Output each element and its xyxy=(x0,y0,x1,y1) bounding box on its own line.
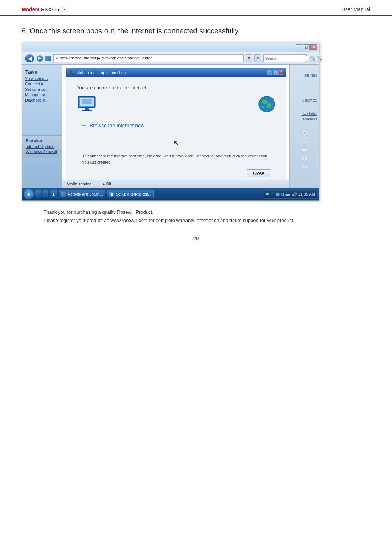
sharing-row: Media sharing ● Off xyxy=(62,180,289,188)
sidebar-link-connect-to[interactable]: Connect to xyxy=(25,82,59,86)
address-dropdown[interactable]: ▼ xyxy=(246,54,252,62)
dialup-icon: 📞 xyxy=(69,70,75,75)
footer-line1: Thank you for purchasing a quality Rosew… xyxy=(44,208,348,216)
tray-icon-2: 🇦 xyxy=(270,192,274,197)
minimize-button[interactable]: ─ xyxy=(296,44,302,50)
svg-point-7 xyxy=(262,100,268,104)
chevron-down-1[interactable]: ˅ xyxy=(302,131,307,136)
connection-dialog: 📞 Set up a dial-up connection ─ ◻ ✕ You … xyxy=(66,68,286,185)
header-model: RNX-56CX xyxy=(41,7,66,12)
header-left: Modem RNX-56CX xyxy=(22,7,66,12)
dialog-restore[interactable]: ◻ xyxy=(273,70,278,75)
system-tray: ■ 🇦 ▦ ◘ ▬ 🔊 11:35 AM xyxy=(264,189,318,199)
globe-svg xyxy=(257,95,276,114)
chevron-down-5[interactable]: ˅ xyxy=(302,164,307,170)
browse-link-text: Browse the Internet now xyxy=(90,123,144,128)
network-taskbar-icon: ☷ xyxy=(61,192,66,197)
instruction-text: To connect to the Internet next time, cl… xyxy=(77,151,276,168)
chevron-down-4[interactable]: ˅ xyxy=(302,156,307,161)
connection-status-section: You are connected to the Internet xyxy=(71,81,282,181)
tasks-title: Tasks xyxy=(25,70,59,75)
footer-text: Thank you for purchasing a quality Rosew… xyxy=(22,201,370,229)
breadcrumb-text: « Network and Internet ▶ Network and Sha… xyxy=(56,56,152,61)
windows-firewall-link[interactable]: Windows Firewall xyxy=(26,149,58,154)
network-tray-icon: ▬ xyxy=(286,192,290,197)
section-heading: 6. Once this screen pops out, the intern… xyxy=(22,27,370,35)
close-button[interactable]: Close xyxy=(247,169,270,177)
sidebar-link-set-up[interactable]: Set up a co... xyxy=(25,87,59,91)
dialog-content: You are connected to the Internet xyxy=(66,77,286,185)
close-window-button[interactable]: ✕ xyxy=(310,44,317,50)
dialog-minimize[interactable]: ─ xyxy=(267,70,272,75)
page-header: Modem RNX-56CX User Manual xyxy=(0,0,392,16)
tray-icon-4: ◘ xyxy=(281,192,284,197)
page-number: 20 xyxy=(22,229,370,249)
connection-animation xyxy=(77,95,276,114)
sharing-row-wrapper: Media sharing ● Off xyxy=(62,180,289,188)
taskbar-btn-2 xyxy=(42,190,48,198)
tray-icon-3: ▦ xyxy=(276,192,280,197)
computer-icon xyxy=(77,95,97,113)
volume-tray-icon: 🔊 xyxy=(291,192,297,197)
back-button[interactable]: ◀ xyxy=(25,54,34,62)
right-panel: 📞 Set up a dial-up connection ─ ◻ ✕ You … xyxy=(62,65,319,188)
sidebar-link-manage-ne[interactable]: Manage ne... xyxy=(25,93,59,97)
svg-point-8 xyxy=(267,103,271,108)
dialog-titlebar: 📞 Set up a dial-up connection ─ ◻ ✕ xyxy=(66,68,286,77)
restore-button[interactable]: ◻ xyxy=(303,44,310,50)
title-bar: ─ ◻ ✕ xyxy=(22,42,319,52)
dialog-close[interactable]: ✕ xyxy=(278,70,283,75)
taskbar: ◆ ♟ ☷ Network and Sharin... 📋 Set up a d… xyxy=(22,188,319,200)
taskbar-btn-1 xyxy=(35,190,41,198)
globe-icon xyxy=(257,95,276,114)
go-button[interactable]: ↻ xyxy=(254,54,261,62)
network-taskbar-label: Network and Sharin... xyxy=(68,192,103,196)
sidebar-link-view-comp[interactable]: View comp... xyxy=(25,76,59,81)
browse-arrow-icon: → xyxy=(80,122,87,129)
address-breadcrumb[interactable]: « Network and Internet ▶ Network and Sha… xyxy=(53,54,244,62)
network-sharing-taskbar-btn[interactable]: ☷ Network and Sharin... xyxy=(59,190,105,198)
ie-button[interactable]: ♟ xyxy=(50,190,57,198)
connected-text: You are connected to the Internet xyxy=(77,85,276,90)
header-product: Modem xyxy=(22,7,40,12)
close-button-row: Close xyxy=(77,168,276,181)
ew-status-link[interactable]: ew status xyxy=(290,111,319,116)
footer-line2: Please register your product at: www.ros… xyxy=(44,216,348,225)
forward-button[interactable]: ▶ xyxy=(37,55,43,62)
internet-options-link[interactable]: Internet Options xyxy=(26,144,58,149)
svg-rect-5 xyxy=(82,99,92,104)
tray-time: 11:35 AM xyxy=(298,192,315,196)
cursor-icon: ↖ xyxy=(173,139,180,148)
header-right: User Manual xyxy=(342,7,370,12)
svg-point-9 xyxy=(262,106,265,108)
outer-right-sidebar: full map ustomize ew status sconnect ˅ ˅… xyxy=(289,65,319,188)
dialup-taskbar-btn[interactable]: 📋 Set up a dial-up con... xyxy=(107,190,154,198)
page-content: 6. Once this screen pops out, the intern… xyxy=(0,16,392,259)
svg-rect-3 xyxy=(82,110,92,111)
chevron-down-3[interactable]: ˅ xyxy=(302,147,307,153)
content-area: Tasks View comp... Connect to Set up a c… xyxy=(22,65,319,188)
browse-internet-link[interactable]: → Browse the Internet now xyxy=(77,119,276,131)
dialog-title: Set up a dial-up connection xyxy=(77,70,126,75)
start-button[interactable]: ◆ xyxy=(24,189,34,199)
address-bar-icon: ☷ xyxy=(45,56,51,61)
address-bar: ◀ ▶ ☷ « Network and Internet ▶ Network a… xyxy=(22,52,319,65)
chevron-down-2[interactable]: ˅ xyxy=(302,139,307,145)
see-also-section: See also Internet Options Windows Firewa… xyxy=(22,135,62,157)
customize-link[interactable]: ustomize xyxy=(290,97,319,104)
dialup-taskbar-label: Set up a dial-up con... xyxy=(116,192,151,196)
full-map-link[interactable]: full map xyxy=(290,72,319,79)
dialup-taskbar-icon: 📋 xyxy=(109,192,114,197)
search-button[interactable]: 🔍 xyxy=(317,55,322,62)
title-bar-controls: ─ ◻ ✕ xyxy=(296,44,317,50)
dialog-titlebar-controls: ─ ◻ ✕ xyxy=(267,70,283,75)
sharing-label: Media sharing xyxy=(66,182,91,186)
sidebar-link-diagnose[interactable]: Diagnose a... xyxy=(25,98,59,102)
tray-icon-1: ■ xyxy=(266,192,269,197)
search-box: 🔍 xyxy=(263,54,307,62)
search-submit-button[interactable]: 🔍 xyxy=(309,55,316,62)
sconnect-link[interactable]: sconnect xyxy=(290,116,319,122)
see-also-title: See also xyxy=(26,139,58,143)
svg-rect-2 xyxy=(85,108,89,110)
computer-svg xyxy=(77,95,97,113)
